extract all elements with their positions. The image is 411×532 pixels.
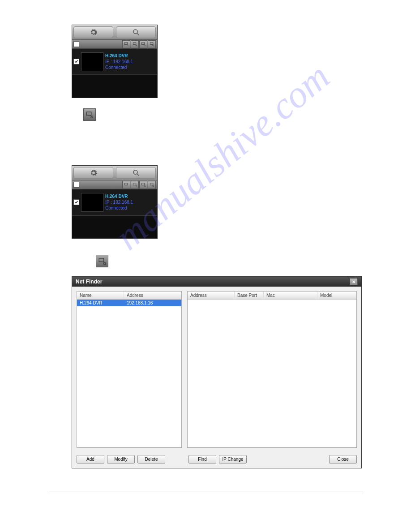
close-button[interactable]: ✕	[350, 278, 358, 285]
delete-device-button[interactable]	[139, 181, 147, 189]
panel-subtoolbar	[72, 180, 157, 189]
svg-rect-12	[141, 183, 144, 185]
find-button[interactable]: Find	[188, 455, 216, 463]
panel-empty-area	[72, 75, 157, 98]
find-device-button[interactable]	[148, 40, 156, 48]
svg-rect-13	[150, 183, 153, 185]
list-delete-icon	[141, 42, 146, 47]
ipchange-button[interactable]: IP Change	[219, 455, 247, 463]
settings-button[interactable]	[73, 26, 113, 38]
cell-address: 192.168.1.16	[124, 300, 181, 306]
table-row[interactable]: H.264 DVR 192.168.1.16	[77, 300, 181, 306]
panel-empty-area	[72, 215, 157, 238]
edit-device-button[interactable]	[122, 181, 130, 189]
list-delete-icon	[86, 111, 94, 119]
find-icon-callout	[96, 255, 108, 267]
panel-toolbar	[72, 166, 157, 180]
add-device-button[interactable]	[131, 40, 139, 48]
svg-rect-3	[133, 43, 136, 45]
device-thumbnail	[81, 52, 103, 71]
device-checkbox[interactable]	[73, 59, 79, 64]
delete-device-button[interactable]	[139, 40, 147, 48]
dialog-titlebar: Net Finder ✕	[72, 277, 361, 287]
svg-point-14	[152, 185, 154, 187]
svg-line-1	[137, 33, 139, 35]
svg-rect-5	[150, 43, 153, 45]
dialog-buttons: Add Modify Delete Find IP Change Close	[72, 452, 361, 468]
col-address: Address	[188, 292, 235, 299]
device-panel-1: H.264 DVR IP : 192.168.1 Connected	[72, 25, 158, 98]
add-device-button[interactable]	[131, 181, 139, 189]
add-button[interactable]: Add	[77, 455, 104, 463]
find-device-button[interactable]	[148, 181, 156, 189]
list-find-icon	[150, 182, 154, 187]
cell-name: H.264 DVR	[77, 300, 124, 306]
modify-button[interactable]: Modify	[107, 455, 135, 463]
network-list-panel: Address Base Port Mac Model	[187, 291, 357, 448]
edit-device-button[interactable]	[122, 40, 130, 48]
svg-line-9	[137, 174, 139, 176]
device-ip: IP : 192.168.1	[105, 199, 133, 205]
device-info: H.264 DVR IP : 192.168.1 Connected	[105, 193, 133, 211]
delete-icon-callout	[83, 108, 96, 121]
list-edit-icon	[124, 42, 129, 47]
col-mac: Mac	[264, 292, 317, 299]
col-model: Model	[317, 292, 356, 299]
magnifier-icon	[132, 169, 140, 177]
close-icon: ✕	[352, 279, 355, 284]
svg-rect-11	[133, 183, 136, 185]
list-delete-icon	[141, 182, 146, 187]
device-checkbox[interactable]	[73, 199, 79, 205]
col-address: Address	[124, 292, 181, 299]
search-button[interactable]	[116, 26, 156, 38]
panel-subtoolbar	[72, 40, 157, 49]
device-row[interactable]: H.264 DVR IP : 192.168.1 Connected	[72, 49, 157, 75]
panel-toolbar	[72, 25, 157, 40]
device-name: H.264 DVR	[105, 193, 133, 199]
gear-icon	[90, 169, 98, 177]
device-info: H.264 DVR IP : 192.168.1 Connected	[105, 53, 133, 70]
table-header: Name Address	[77, 292, 181, 300]
search-button[interactable]	[116, 167, 156, 179]
svg-rect-2	[124, 43, 127, 45]
netfinder-dialog: Net Finder ✕ Name Address H.264 DVR 192.…	[72, 276, 362, 468]
svg-rect-7	[86, 112, 91, 116]
device-ip: IP : 192.168.1	[105, 59, 133, 64]
device-row[interactable]: H.264 DVR IP : 192.168.1 Connected	[72, 189, 157, 215]
svg-rect-4	[141, 43, 144, 45]
list-find-icon	[150, 42, 154, 47]
device-status: Connected	[105, 205, 133, 211]
svg-point-0	[133, 30, 137, 34]
device-status: Connected	[105, 64, 133, 70]
list-edit-icon	[124, 182, 129, 187]
device-name: H.264 DVR	[105, 53, 133, 59]
select-all-checkbox[interactable]	[73, 41, 79, 47]
svg-rect-15	[99, 258, 104, 262]
list-add-icon	[133, 182, 137, 187]
device-panel-2: H.264 DVR IP : 192.168.1 Connected	[72, 165, 158, 239]
col-baseport: Base Port	[235, 292, 264, 299]
table-header: Address Base Port Mac Model	[188, 292, 356, 300]
close-dialog-button[interactable]: Close	[329, 455, 357, 463]
dialog-title: Net Finder	[76, 279, 102, 285]
magnifier-icon	[132, 28, 140, 36]
svg-rect-10	[124, 183, 127, 185]
list-add-icon	[133, 42, 137, 47]
settings-button[interactable]	[73, 167, 113, 179]
select-all-checkbox[interactable]	[73, 182, 79, 188]
page-divider	[49, 492, 363, 492]
list-find-icon	[98, 257, 106, 265]
device-thumbnail	[81, 193, 103, 212]
svg-point-6	[152, 45, 154, 46]
col-name: Name	[77, 292, 124, 299]
device-list-panel: Name Address H.264 DVR 192.168.1.16	[77, 291, 182, 448]
gear-icon	[90, 28, 98, 36]
svg-point-8	[133, 170, 137, 174]
delete-button[interactable]: Delete	[137, 455, 165, 463]
